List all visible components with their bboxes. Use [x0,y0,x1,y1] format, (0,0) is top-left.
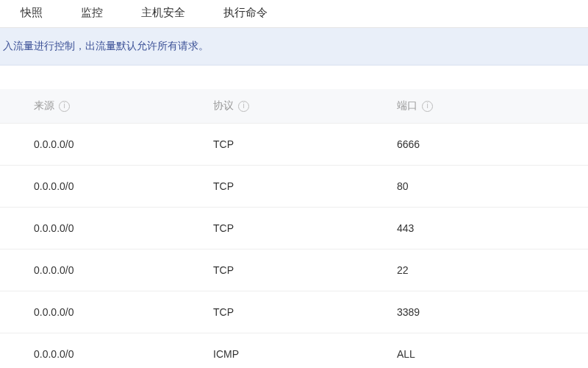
cell-port: 6666 [397,138,588,150]
table-row: 0.0.0.0/0 TCP 443 [0,208,588,250]
table-row: 0.0.0.0/0 TCP 22 [0,250,588,291]
cell-source: 0.0.0.0/0 [0,222,213,234]
cell-protocol: TCP [213,180,397,192]
cell-protocol: TCP [213,138,397,150]
header-protocol: 协议 i [213,99,397,113]
cell-port: 3389 [397,306,588,318]
cell-source: 0.0.0.0/0 [0,264,213,276]
tab-host-security[interactable]: 主机安全 [141,6,185,20]
tab-bar: 快照 监控 主机安全 执行命令 [0,0,588,28]
header-port-label: 端口 [397,99,417,113]
header-port: 端口 i [397,99,588,113]
info-icon[interactable]: i [422,101,433,112]
cell-protocol: ICMP [213,348,397,360]
cell-source: 0.0.0.0/0 [0,180,213,192]
tab-monitor[interactable]: 监控 [81,6,103,20]
header-source-label: 来源 [34,99,54,113]
table-header-row: 来源 i 协议 i 端口 i [0,89,588,124]
cell-source: 0.0.0.0/0 [0,306,213,318]
firewall-rules-table: 来源 i 协议 i 端口 i 0.0.0.0/0 TCP 6666 0.0.0.… [0,66,588,368]
cell-protocol: TCP [213,222,397,234]
info-icon[interactable]: i [59,101,70,112]
info-icon[interactable]: i [238,101,249,112]
notice-banner: 入流量进行控制，出流量默认允许所有请求。 [0,28,588,66]
cell-port: 80 [397,180,588,192]
header-protocol-label: 协议 [213,99,234,113]
table-row: 0.0.0.0/0 TCP 3389 [0,291,588,333]
cell-port: ALL [397,348,588,360]
cell-protocol: TCP [213,306,397,318]
cell-source: 0.0.0.0/0 [0,348,213,360]
tab-snapshot[interactable]: 快照 [21,6,43,20]
cell-port: 22 [397,264,588,276]
cell-port: 443 [397,222,588,234]
cell-source: 0.0.0.0/0 [0,138,213,150]
tab-exec-cmd[interactable]: 执行命令 [223,6,268,20]
header-source: 来源 i [0,99,213,113]
cell-protocol: TCP [213,264,397,276]
table-row: 0.0.0.0/0 TCP 80 [0,166,588,208]
table-row: 0.0.0.0/0 ICMP ALL [0,333,588,368]
table-row: 0.0.0.0/0 TCP 6666 [0,124,588,166]
